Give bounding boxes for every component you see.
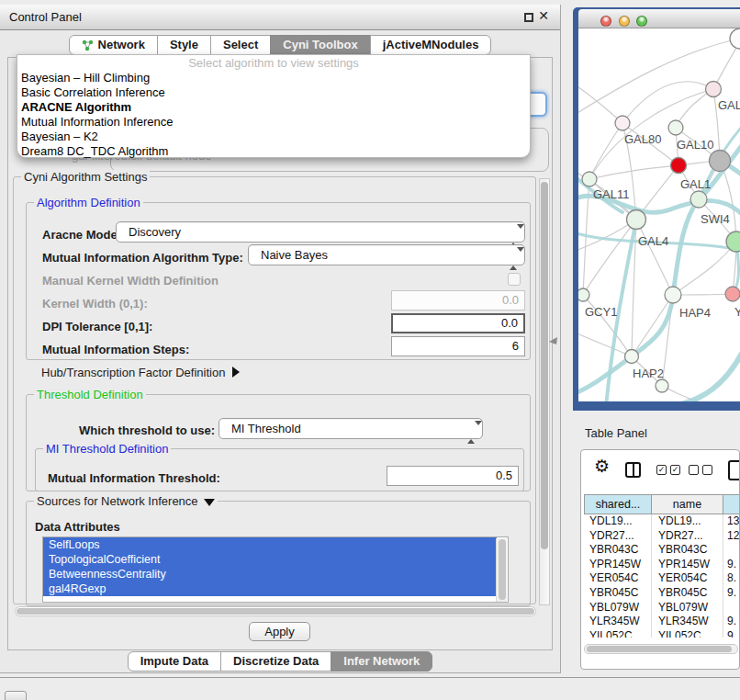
bottom-tab-impute-data[interactable]: Impute Data bbox=[128, 651, 221, 672]
tab-select[interactable]: Select bbox=[210, 35, 271, 55]
cell bbox=[723, 601, 740, 615]
apply-button[interactable]: Apply bbox=[249, 622, 310, 641]
control-panel-titlebar[interactable]: Control Panel ✕ bbox=[0, 5, 560, 30]
node-bottom[interactable] bbox=[656, 379, 668, 392]
table-row[interactable]: YER054CYER054C8. bbox=[584, 571, 740, 586]
table-row[interactable]: YBR043CYBR043C bbox=[584, 543, 740, 558]
maximize-traffic-light-icon[interactable] bbox=[636, 16, 647, 27]
which-threshold-select[interactable]: MI Threshold bbox=[219, 418, 483, 439]
attributes-scrollbar-thumb[interactable] bbox=[499, 539, 506, 600]
algorithm-option-basic-correlation-inference[interactable]: Basic Correlation Inference bbox=[17, 85, 530, 100]
document-icon[interactable] bbox=[728, 460, 740, 480]
tab-style[interactable]: Style bbox=[157, 35, 211, 55]
table-row[interactable]: YDL19...YDL19...13 bbox=[584, 514, 740, 529]
tab-network[interactable]: Network bbox=[69, 35, 158, 55]
network-canvas[interactable]: GALGAL80GAL10GAL1GAL11SWI4GAL4GCY1HAP4YH… bbox=[578, 28, 740, 401]
node-salmon[interactable] bbox=[725, 287, 740, 301]
node-gal4[interactable] bbox=[627, 210, 646, 230]
tab-cyni-toolbox[interactable]: Cyni Toolbox bbox=[270, 35, 370, 55]
node-hap4[interactable] bbox=[665, 287, 681, 303]
node-gal1-red[interactable] bbox=[671, 158, 687, 174]
bottom-tab-infer-network[interactable]: Infer Network bbox=[331, 651, 432, 672]
attribute-item-betweennesscentrality[interactable]: BetweennessCentrality bbox=[43, 567, 497, 581]
mi-steps-field[interactable]: 6 bbox=[391, 336, 525, 356]
settings-horizontal-scrollbar[interactable] bbox=[15, 606, 536, 616]
node-swi4[interactable] bbox=[690, 191, 707, 208]
algorithm-option-dream8-dc-tdc-algorithm[interactable]: Dream8 DC_TDC Algorithm bbox=[17, 144, 530, 159]
deselect-all-icon[interactable] bbox=[689, 465, 712, 475]
table-hscrollbar-thumb[interactable] bbox=[587, 646, 732, 652]
settings-hscrollbar-thumb[interactable] bbox=[17, 608, 534, 615]
algorithm-dropdown[interactable]: Select algorithm to view settings Bayesi… bbox=[17, 54, 531, 158]
node-gray[interactable] bbox=[710, 151, 731, 172]
minimized-panel-button[interactable] bbox=[5, 691, 27, 700]
mi-threshold-field[interactable]: 0.5 bbox=[387, 466, 519, 486]
node-gal10[interactable] bbox=[668, 120, 683, 135]
cell: YPR145W bbox=[584, 558, 652, 572]
node-label-gal4: GAL4 bbox=[638, 234, 668, 248]
network-edge[interactable] bbox=[622, 82, 713, 123]
table-horizontal-scrollbar[interactable] bbox=[584, 644, 738, 654]
node-gal11[interactable] bbox=[582, 172, 597, 186]
kernel-width-field[interactable]: 0.0 bbox=[391, 290, 525, 310]
dpi-tolerance-field[interactable]: 0.0 bbox=[391, 313, 525, 333]
attribute-item-topologicalcoefficient[interactable]: TopologicalCoefficient bbox=[43, 552, 497, 567]
stepper-arrows-icon bbox=[510, 249, 517, 268]
cell: YPR145W bbox=[652, 558, 723, 572]
column-header-name[interactable]: name bbox=[652, 494, 723, 514]
data-attributes-items: SelfLoopsTopologicalCoefficientBetweenne… bbox=[43, 537, 508, 596]
node-hap2[interactable] bbox=[625, 350, 639, 364]
network-edge[interactable] bbox=[589, 165, 678, 179]
table-row[interactable]: YDR27...YDR27...12 bbox=[584, 529, 740, 544]
column-header-3[interactable] bbox=[723, 494, 740, 514]
algorithm-dropdown-placeholder: Select algorithm to view settings bbox=[17, 55, 530, 71]
column-header-shared[interactable]: shared... bbox=[584, 494, 652, 514]
mi-threshold-group-title: MI Threshold Definition bbox=[43, 442, 171, 456]
algorithm-option-bayesian-k2[interactable]: Bayesian – K2 bbox=[17, 130, 530, 144]
network-window-titlebar[interactable] bbox=[578, 9, 740, 28]
network-edge[interactable] bbox=[578, 332, 632, 356]
algorithm-option-mutual-information-inference[interactable]: Mutual Information Inference bbox=[17, 115, 530, 130]
table-row[interactable]: YPR145WYPR145W9. bbox=[584, 558, 740, 572]
settings-vertical-scrollbar[interactable] bbox=[539, 178, 550, 605]
table-row[interactable]: YLR345WYLR345W9. bbox=[584, 615, 740, 629]
node-label-hap2: HAP2 bbox=[633, 367, 664, 380]
network-canvas-wrap: GALGAL80GAL10GAL1GAL11SWI4GAL4GCY1HAP4YH… bbox=[578, 28, 740, 401]
close-icon[interactable]: ✕ bbox=[538, 8, 549, 23]
node-gcy1[interactable] bbox=[578, 288, 589, 301]
attributes-scrollbar[interactable] bbox=[496, 538, 507, 602]
hub-definition-toggle[interactable]: Hub/Transcription Factor Definition bbox=[41, 364, 240, 380]
node-gal80[interactable] bbox=[615, 116, 630, 130]
attribute-item-gal4rgexp[interactable]: gal4RGexp bbox=[43, 581, 497, 596]
cell: YLR345W bbox=[652, 615, 723, 629]
network-edge[interactable] bbox=[636, 220, 673, 295]
select-all-icon[interactable]: ✓✓ bbox=[656, 465, 680, 475]
tab-jactivemnodules[interactable]: jActiveMNodules bbox=[370, 35, 492, 55]
sources-group-title[interactable]: Sources for Network Inference bbox=[34, 494, 218, 508]
mouse-cursor bbox=[548, 336, 559, 347]
minimize-traffic-light-icon[interactable] bbox=[619, 16, 630, 27]
table-body: YDL19...YDL19...13YDR27...YDR27...12YBR0… bbox=[584, 514, 740, 638]
attribute-item-selfloops[interactable]: SelfLoops bbox=[43, 537, 497, 552]
algorithm-option-aracne-algorithm[interactable]: ARACNE Algorithm bbox=[17, 100, 530, 115]
tab-label-style: Style bbox=[170, 36, 198, 54]
aracne-mode-select[interactable]: Discovery bbox=[116, 221, 525, 243]
manual-kernel-checkbox[interactable] bbox=[508, 273, 521, 286]
close-traffic-light-icon[interactable] bbox=[600, 16, 611, 27]
data-attributes-list[interactable]: SelfLoopsTopologicalCoefficientBetweenne… bbox=[42, 536, 509, 603]
network-edge[interactable] bbox=[673, 294, 733, 295]
mi-type-select[interactable]: Naive Bayes bbox=[248, 244, 525, 265]
which-threshold-value: MI Threshold bbox=[231, 422, 301, 435]
bottom-tab-discretize-data[interactable]: Discretize Data bbox=[220, 651, 331, 672]
node-top[interactable] bbox=[730, 28, 740, 49]
split-view-icon[interactable] bbox=[625, 462, 641, 478]
float-icon[interactable] bbox=[524, 13, 533, 22]
gear-icon[interactable]: ⚙ bbox=[594, 456, 610, 477]
settings-scrollbar-thumb[interactable] bbox=[541, 182, 548, 549]
table-row[interactable]: YBR045CYBR045C9. bbox=[584, 586, 740, 601]
table-row[interactable]: YBL079WYBL079W bbox=[584, 601, 740, 615]
table-row[interactable]: YIL052CYIL052C9 bbox=[584, 629, 740, 638]
network-edge[interactable] bbox=[673, 242, 736, 295]
node-pink[interactable] bbox=[706, 82, 722, 97]
algorithm-option-bayesian-hill-climbing[interactable]: Bayesian – Hill Climbing bbox=[17, 71, 530, 85]
